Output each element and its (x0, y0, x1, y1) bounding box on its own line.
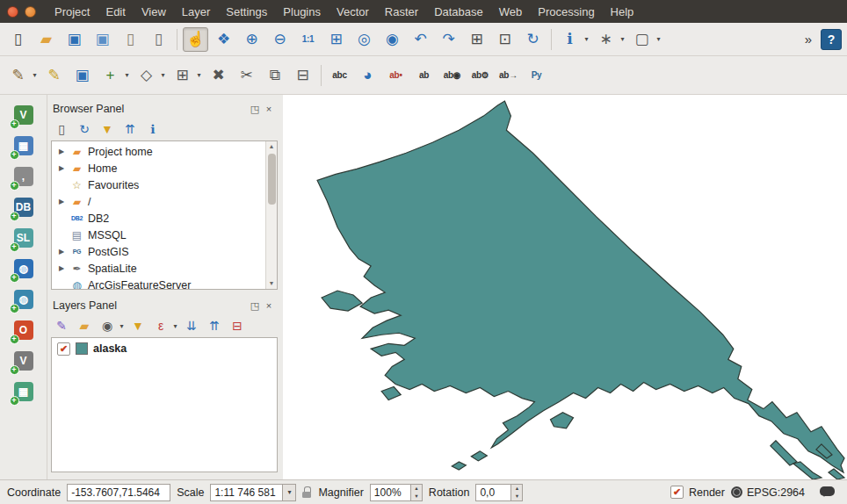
zoom-last[interactable]: ↶ (408, 27, 433, 52)
change-label-properties[interactable]: ab→ (496, 63, 521, 88)
toolbar-overflow-button[interactable]: » (805, 32, 812, 47)
browser-item-project-home[interactable]: ▶ ▰ Project home (52, 143, 277, 160)
scroll-up-icon[interactable]: ▲ (269, 141, 275, 152)
chevron-down-icon[interactable]: ▾ (282, 484, 296, 501)
add-postgis-layer[interactable]: DB + (12, 196, 35, 219)
vertex-tool[interactable]: ◇ (134, 63, 159, 88)
browser-item-mssql[interactable]: ▤ MSSQL (52, 227, 277, 243)
layer-row-alaska[interactable]: alaska (52, 338, 277, 359)
float-panel-icon[interactable]: ◳ (248, 299, 262, 313)
pan-map[interactable]: ☝ (183, 27, 208, 52)
chevron-down-icon[interactable]: ▾ (31, 71, 39, 79)
save-layer-edits[interactable]: ▣ (69, 63, 95, 88)
scale-input[interactable] (210, 484, 282, 501)
save-project[interactable]: ▣ (62, 27, 87, 52)
browser-scrollbar[interactable]: ▲ ▼ (265, 141, 277, 289)
browser-item-root[interactable]: ▶ ▰ / (52, 193, 277, 210)
menu-plugins[interactable]: Plugins (275, 2, 329, 22)
add-wms-layer[interactable]: ◍ + (12, 257, 35, 280)
refresh-map[interactable]: ↻ (520, 27, 546, 52)
current-edits[interactable]: ✎ (5, 63, 31, 88)
spin-arrows[interactable]: ▲▼ (510, 484, 523, 501)
browser-item-postgis[interactable]: ▶ PG PostGIS (52, 243, 277, 260)
toggle-editing[interactable]: ✎ (41, 63, 67, 88)
zoom-native-resolution[interactable]: 1:1 (295, 27, 321, 52)
menu-database[interactable]: Database (426, 2, 491, 22)
browser-item-arcgisfeatureserver[interactable]: ◍ ArcGisFeatureServer (52, 277, 277, 290)
window-close-button[interactable] (7, 6, 18, 18)
add-selected-layers[interactable]: ▯ (51, 119, 72, 140)
scrollbar-thumb[interactable] (268, 154, 276, 205)
save-project-as[interactable]: ▣ (90, 27, 115, 52)
spin-arrows[interactable]: ▲▼ (410, 484, 423, 501)
magnifier-spinbox[interactable]: ▲▼ (370, 484, 423, 501)
chevron-down-icon[interactable]: ▾ (159, 71, 167, 79)
spin-up-icon[interactable]: ▲ (511, 485, 522, 493)
browser-item-home[interactable]: ▶ ▰ Home (52, 160, 277, 176)
add-oracle-layer[interactable]: O + (12, 319, 35, 342)
zoom-next[interactable]: ↷ (436, 27, 461, 52)
browser-item-db2[interactable]: DB2 DB2 (52, 210, 277, 227)
add-virtual-layer[interactable]: V + (12, 349, 35, 372)
scale-combo[interactable]: ▾ (210, 484, 296, 501)
zoom-to-layer[interactable]: ◉ (380, 27, 405, 52)
identify-features[interactable]: ℹ (557, 27, 583, 52)
float-panel-icon[interactable]: ◳ (248, 102, 262, 116)
menu-processing[interactable]: Processing (530, 2, 602, 22)
open-project[interactable]: ▰ (33, 27, 59, 52)
close-panel-icon[interactable]: × (262, 299, 276, 313)
new-print-layout[interactable]: ▯ (118, 27, 143, 52)
spin-down-icon[interactable]: ▼ (411, 493, 422, 500)
browser-item-favourites[interactable]: ☆ Favourites (52, 176, 277, 193)
spin-down-icon[interactable]: ▼ (511, 493, 522, 500)
expand-all[interactable]: ⇊ (181, 315, 202, 336)
show-hide-labels[interactable]: ab◉ (439, 63, 465, 88)
chevron-down-icon[interactable]: ▾ (195, 71, 203, 79)
layer-visibility-checkbox[interactable] (57, 342, 70, 356)
new-3d-map-view[interactable]: ⊡ (492, 27, 518, 52)
delete-selected[interactable]: ✖ (206, 63, 231, 88)
layer-labeling-options[interactable]: abc (327, 63, 352, 88)
menu-settings[interactable]: Settings (218, 2, 275, 22)
browser-item-spatialite[interactable]: ▶ ✒ SpatiaLite (52, 260, 277, 277)
expand-arrow-icon[interactable]: ▶ (57, 248, 66, 256)
filter-by-expression[interactable]: ε (150, 315, 171, 336)
chevron-down-icon[interactable]: ▾ (171, 322, 179, 330)
refresh-browser[interactable]: ↻ (74, 119, 95, 140)
close-panel-icon[interactable]: × (262, 102, 276, 116)
cut-features[interactable]: ✂ (234, 63, 259, 88)
move-label[interactable]: ab⚙ (467, 63, 493, 88)
menu-help[interactable]: Help (603, 2, 642, 22)
render-checkbox[interactable] (670, 486, 684, 499)
pin-unpin-labels[interactable]: ab (411, 63, 437, 88)
spin-up-icon[interactable]: ▲ (411, 485, 422, 493)
add-vector-layer[interactable]: V + (12, 104, 35, 126)
add-wfs-layer[interactable]: ◍ + (12, 288, 35, 311)
remove-layer[interactable]: ⊟ (227, 315, 248, 336)
zoom-to-selection[interactable]: ◎ (351, 27, 377, 52)
add-mesh-layer[interactable]: ▦ + (12, 380, 35, 403)
menu-web[interactable]: Web (491, 2, 531, 22)
add-delimited-text-layer[interactable]: , + (12, 165, 35, 188)
map-canvas[interactable] (283, 95, 847, 479)
window-minimize-button[interactable] (25, 6, 36, 18)
highlight-pinned-labels[interactable]: ab• (383, 63, 409, 88)
add-spatialite-layer[interactable]: SL + (12, 227, 35, 249)
menu-view[interactable]: View (134, 2, 174, 22)
chevron-down-icon[interactable]: ▾ (655, 35, 662, 43)
menu-raster[interactable]: Raster (377, 2, 426, 22)
paste-features[interactable]: ⊟ (290, 63, 315, 88)
open-layer-styling[interactable]: ✎ (51, 315, 72, 336)
zoom-in[interactable]: ⊕ (239, 27, 264, 52)
scroll-down-icon[interactable]: ▼ (269, 278, 275, 289)
chevron-down-icon[interactable]: ▾ (619, 35, 626, 43)
menu-layer[interactable]: Layer (174, 2, 219, 22)
manage-map-themes[interactable]: ◉ (97, 315, 118, 336)
python-console[interactable]: Py (524, 63, 549, 88)
expand-arrow-icon[interactable]: ▶ (57, 148, 66, 155)
messages-icon[interactable] (820, 486, 835, 496)
menu-project[interactable]: Project (47, 2, 98, 22)
crs-status[interactable]: EPSG:2964 (731, 486, 805, 499)
add-feature[interactable]: + (98, 63, 123, 88)
collapse-all-layers[interactable]: ⇈ (204, 315, 225, 336)
